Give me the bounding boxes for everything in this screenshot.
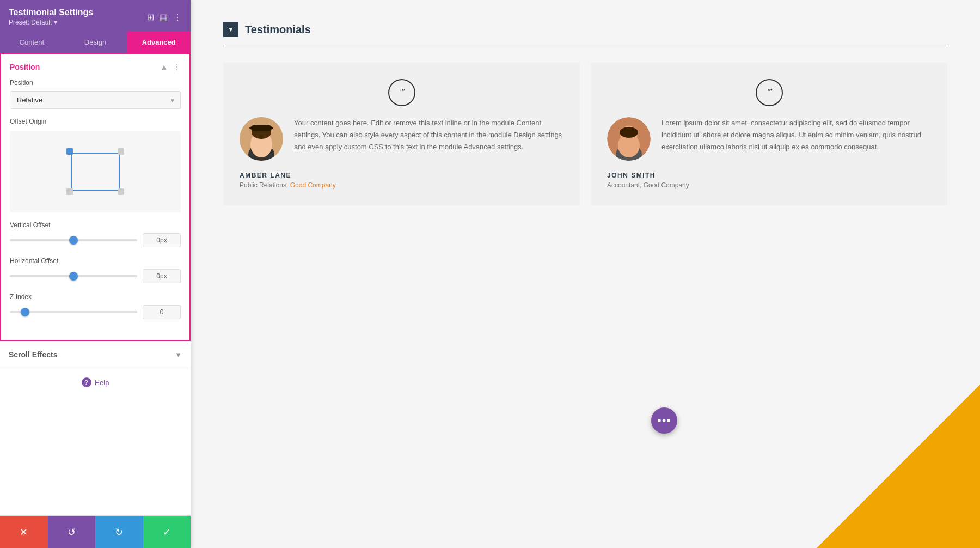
chevron-down-icon[interactable]: ▼ — [175, 351, 182, 359]
panel-title: Testimonial Settings — [9, 8, 93, 17]
origin-dot-bottom-left[interactable] — [66, 188, 73, 195]
module-icon-box: ▼ — [223, 22, 238, 37]
redo-icon: ↻ — [115, 526, 123, 538]
svg-rect-6 — [252, 125, 271, 131]
vertical-offset-row: Vertical Offset — [10, 221, 181, 247]
author-role-2: Accountant, Good Company — [607, 181, 931, 189]
floating-action-button[interactable]: ••• — [651, 407, 677, 434]
position-section-header[interactable]: Position ▲ ⋮ — [1, 54, 189, 79]
horizontal-offset-controls — [10, 269, 181, 283]
origin-dot-top-left[interactable] — [66, 148, 73, 155]
testimonial-text-1: Your content goes here. Edit or remove t… — [294, 117, 564, 161]
author-name-2: JOHN SMITH — [607, 172, 931, 179]
quote-icon-1: “” — [388, 79, 415, 106]
position-field-label: Position — [10, 79, 181, 87]
fab-dots-icon: ••• — [657, 413, 671, 428]
author-role-1: Public Relations, Good Company — [240, 181, 564, 189]
sidebar: Testimonial Settings Preset: Default ▾ ⊞… — [0, 0, 191, 548]
help-button[interactable]: ? Help — [82, 377, 109, 387]
svg-point-11 — [620, 127, 638, 138]
testimonial-content-1: Your content goes here. Edit or remove t… — [240, 117, 564, 161]
z-index-row: Z Index — [10, 293, 181, 319]
offset-origin-label: Offset Origin — [10, 118, 181, 125]
testimonial-card-2: “” Lorem ipsum dolor sit amet, consect — [591, 63, 947, 205]
vertical-offset-label: Vertical Offset — [10, 221, 181, 229]
undo-icon: ↺ — [68, 526, 76, 538]
horizontal-offset-slider[interactable] — [10, 275, 137, 277]
origin-dot-bottom-right[interactable] — [118, 188, 124, 195]
testimonials-header: ▼ Testimonials — [223, 22, 947, 37]
preset-label[interactable]: Preset: Default ▾ — [9, 19, 93, 26]
main-content: ▼ Testimonials “” — [191, 0, 980, 548]
section-options-icon[interactable]: ⋮ — [173, 63, 181, 71]
save-button[interactable]: ✓ — [143, 516, 191, 548]
tab-design[interactable]: Design — [64, 32, 127, 53]
z-index-slider[interactable] — [10, 311, 137, 313]
header-icons: ⊞ ▦ ⋮ — [147, 12, 182, 22]
horizontal-offset-label: Horizontal Offset — [10, 257, 181, 265]
section-header-controls: ▲ ⋮ — [160, 63, 181, 71]
position-section-body: Position Relative Absolute Fixed Static … — [1, 79, 189, 340]
sidebar-bottom-bar: ✕ ↺ ↻ ✓ — [0, 515, 191, 548]
sidebar-header-left: Testimonial Settings Preset: Default ▾ — [9, 8, 93, 26]
testimonial-card-1: “” — [223, 63, 580, 205]
author-name-1: AMBER LANE — [240, 172, 564, 179]
bottom-accent — [817, 385, 980, 548]
testimonial-author-1: AMBER LANE Public Relations, Good Compan… — [240, 172, 564, 189]
scroll-effects-header[interactable]: Scroll Effects ▼ — [9, 342, 182, 368]
help-label: Help — [95, 379, 109, 387]
more-icon[interactable]: ⋮ — [173, 12, 182, 22]
sidebar-content: Position ▲ ⋮ Position Relative Absolute … — [0, 53, 191, 515]
avatar-2 — [607, 117, 651, 161]
testimonial-text-2: Lorem ipsum dolor sit amet, consectetur … — [661, 117, 931, 161]
cancel-icon: ✕ — [20, 526, 28, 538]
position-select-wrapper: Relative Absolute Fixed Static — [10, 91, 181, 109]
canvas-area: ▼ Testimonials “” — [191, 0, 980, 227]
quote-icon-2: “” — [756, 79, 783, 106]
help-section: ? Help — [0, 368, 191, 396]
testimonials-divider — [223, 46, 947, 46]
z-index-input[interactable] — [143, 305, 181, 319]
vertical-offset-controls — [10, 233, 181, 247]
tab-advanced[interactable]: Advanced — [127, 32, 191, 53]
scroll-effects-title: Scroll Effects — [9, 350, 57, 359]
avatar-1 — [240, 117, 283, 161]
z-index-controls — [10, 305, 181, 319]
sidebar-header: Testimonial Settings Preset: Default ▾ ⊞… — [0, 0, 191, 32]
undo-button[interactable]: ↺ — [48, 516, 96, 548]
position-section: Position ▲ ⋮ Position Relative Absolute … — [0, 53, 191, 341]
offset-origin-grid — [10, 131, 181, 212]
author-company-1: Good Company — [290, 181, 336, 189]
testimonials-grid: “” — [223, 63, 947, 205]
redo-button[interactable]: ↻ — [95, 516, 143, 548]
chevron-up-icon[interactable]: ▲ — [160, 63, 168, 71]
sidebar-tabs: Content Design Advanced — [0, 32, 191, 53]
vertical-offset-input[interactable] — [143, 233, 181, 247]
layout-icon[interactable]: ▦ — [160, 12, 168, 22]
horizontal-offset-input[interactable] — [143, 269, 181, 283]
save-icon: ✓ — [163, 526, 171, 538]
scroll-effects-section: Scroll Effects ▼ — [0, 341, 191, 368]
module-icon: ▼ — [228, 26, 234, 33]
testimonial-author-2: JOHN SMITH Accountant, Good Company — [607, 172, 931, 189]
cancel-button[interactable]: ✕ — [0, 516, 48, 548]
position-section-title: Position — [10, 63, 40, 71]
tab-content[interactable]: Content — [0, 32, 64, 53]
testimonial-content-2: Lorem ipsum dolor sit amet, consectetur … — [607, 117, 931, 161]
responsive-icon[interactable]: ⊞ — [147, 12, 154, 22]
vertical-offset-slider[interactable] — [10, 239, 137, 241]
origin-dot-top-right[interactable] — [118, 148, 124, 155]
testimonials-title: Testimonials — [245, 23, 311, 36]
horizontal-offset-row: Horizontal Offset — [10, 257, 181, 283]
origin-inner — [60, 142, 131, 202]
z-index-label: Z Index — [10, 293, 181, 301]
position-select[interactable]: Relative Absolute Fixed Static — [10, 91, 181, 109]
help-icon: ? — [82, 377, 91, 387]
